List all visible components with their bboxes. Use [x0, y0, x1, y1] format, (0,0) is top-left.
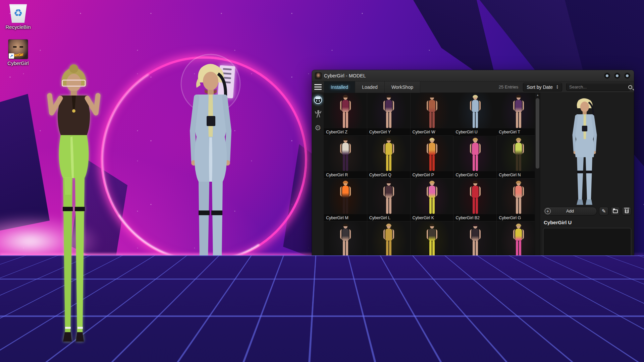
search-input[interactable] — [569, 84, 628, 89]
model-cell[interactable]: CyberGirl N — [497, 136, 540, 179]
window-control-dot-3[interactable] — [624, 72, 631, 79]
add-button[interactable]: + Add — [543, 207, 597, 216]
model-cell[interactable]: CyberGirl AA — [497, 222, 540, 264]
scrollbar[interactable]: ▲ ▼ — [535, 93, 540, 290]
model-label: CyberGirl M — [324, 214, 367, 222]
desktop-icon-recycle-bin[interactable]: ♻ RecycleBin — [3, 3, 34, 30]
tab-bar: Installed Loaded WorkShop 25 Entries Sor… — [312, 81, 634, 93]
model-thumbnail-figure — [468, 138, 483, 172]
tab-installed[interactable]: Installed — [324, 81, 355, 93]
window-control-dot-1[interactable] — [604, 72, 610, 79]
model-cell[interactable]: CyberGirl W — [411, 93, 454, 136]
visual-studio-icon — [44, 354, 50, 360]
model-actions-row: + Add ✎ — [543, 207, 631, 216]
left-icon-sidebar: ⚙ — [312, 93, 324, 290]
menu-hamburger-icon[interactable] — [312, 81, 324, 93]
model-cell[interactable]: CyberGirl Y — [367, 93, 411, 136]
tray-volume-icon[interactable] — [576, 352, 585, 362]
model-thumbnail-figure — [511, 96, 526, 129]
model-label: CyberGirl F — [324, 257, 367, 264]
model-thumbnail-figure — [381, 138, 396, 172]
search-icon — [628, 85, 632, 89]
model-cell[interactable]: CyberGirl L — [367, 179, 411, 222]
model-thumbnail-figure — [338, 181, 353, 215]
model-cell[interactable]: CyberGirl B2 — [453, 179, 497, 222]
scroll-down-arrow[interactable]: ▼ — [535, 285, 540, 290]
model-cell[interactable]: CyberGirl O — [453, 136, 497, 179]
cybergirl-taskbar-icon — [58, 353, 65, 361]
sort-dropdown[interactable]: Sort by Date ▲▼ — [523, 83, 562, 92]
model-cell[interactable]: CyberGirl P — [411, 136, 454, 179]
start-button[interactable] — [0, 352, 13, 362]
search-box[interactable] — [566, 83, 630, 91]
taskbar-visual-studio[interactable] — [40, 352, 54, 362]
taskbar-clock[interactable]: 16:08 2020/12/24 — [601, 352, 628, 362]
model-thumbnail-figure — [511, 224, 526, 258]
model-cell[interactable]: CyberGirl B — [411, 222, 454, 264]
recycle-bin-icon: ♻ — [9, 3, 27, 23]
model-label: CyberGirl Y — [367, 128, 411, 136]
window-control-dot-2[interactable] — [614, 72, 621, 79]
entries-count: 25 Entries — [499, 84, 519, 89]
model-cell[interactable] — [324, 264, 367, 290]
model-cell[interactable] — [411, 264, 454, 290]
delete-button[interactable] — [622, 207, 631, 216]
taskbar-file-explorer[interactable] — [13, 352, 27, 362]
sidebar-gear-icon[interactable]: ⚙ — [314, 124, 322, 132]
open-folder-button[interactable] — [610, 207, 620, 216]
model-cell[interactable]: CyberGirl M — [324, 179, 367, 222]
tab-workshop[interactable]: WorkShop — [385, 81, 420, 93]
windows-logo-icon — [4, 355, 9, 360]
model-cell[interactable]: CyberGirl F — [324, 222, 367, 264]
model-cell[interactable]: CyberGirl R — [324, 136, 367, 179]
model-label: CyberGirl AF — [453, 257, 497, 264]
taskbar-cybergirl-app[interactable] — [54, 352, 69, 362]
language-indicator[interactable]: ENG — [586, 352, 600, 362]
model-cell[interactable]: CyberGirl Z — [324, 93, 367, 136]
model-cell[interactable]: CyberGirl K — [411, 179, 454, 222]
selected-model-preview — [543, 95, 631, 205]
model-cell[interactable]: CyberGirl D2 — [367, 222, 411, 264]
model-cell[interactable] — [367, 264, 411, 290]
model-thumbnail-figure — [381, 181, 396, 215]
model-thumbnail-figure — [338, 267, 353, 290]
model-cell[interactable]: CyberGirl AF — [453, 222, 497, 264]
model-thumbnail-figure — [381, 96, 396, 129]
tab-loaded[interactable]: Loaded — [355, 81, 385, 93]
tray-defender-icon[interactable] — [556, 352, 565, 362]
model-cell[interactable]: CyberGirl U — [453, 93, 497, 136]
cybergirl-model-window: CyberGirl - MODEL Installed Loaded WorkS… — [312, 70, 634, 290]
scrollbar-thumb[interactable] — [536, 98, 539, 169]
sidebar-face-icon[interactable] — [314, 96, 322, 104]
model-thumbnail-figure — [425, 138, 439, 172]
model-label: CyberGirl O — [453, 171, 497, 179]
model-cell[interactable] — [453, 264, 497, 290]
tray-cybergirl-icon[interactable] — [536, 352, 545, 362]
model-cell[interactable]: CyberGirl Q — [367, 136, 411, 179]
model-description-box[interactable] — [543, 228, 631, 290]
desktop-icon-label: RecycleBin — [3, 24, 34, 30]
model-grid: CyberGirl ZCyberGirl YCyberGirl WCyberGi… — [324, 93, 540, 290]
model-label: CyberGirl L — [367, 214, 411, 222]
file-explorer-icon — [17, 355, 23, 359]
model-cell[interactable]: CyberGirl T — [497, 93, 540, 136]
model-thumbnail-figure — [468, 267, 483, 290]
model-label: CyberGirl K — [411, 214, 454, 222]
desktop-icon-cybergirl[interactable]: CyberGirl CyberGirl — [3, 40, 34, 66]
title-bar[interactable]: CyberGirl - MODEL — [312, 70, 634, 81]
window-title: CyberGirl - MODEL — [324, 73, 366, 78]
edit-button[interactable]: ✎ — [599, 207, 608, 216]
taskbar-photoshop[interactable]: Ps — [27, 352, 40, 362]
model-thumbnail-figure — [338, 96, 353, 129]
model-label: CyberGirl R — [324, 171, 367, 179]
model-label: CyberGirl G — [497, 214, 540, 222]
tray-network-icon[interactable] — [566, 352, 575, 362]
tray-steam-icon[interactable] — [546, 352, 555, 362]
sidebar-new-file-icon[interactable] — [314, 278, 321, 286]
model-cell[interactable] — [497, 264, 540, 290]
model-cell[interactable]: CyberGirl G — [497, 179, 540, 222]
model-thumbnail-figure — [425, 224, 439, 258]
sidebar-pose-icon[interactable] — [314, 110, 322, 118]
scroll-up-arrow[interactable]: ▲ — [535, 93, 540, 98]
action-center-icon[interactable] — [632, 355, 637, 359]
